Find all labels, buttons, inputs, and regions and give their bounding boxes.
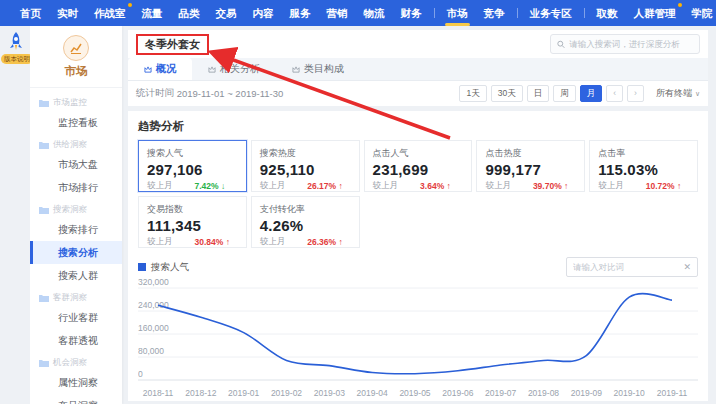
current-keyword: 冬季外套女 <box>136 34 209 55</box>
trend-section: 趋势分析 搜索人气 297,106 较上月7.42% ↓ 搜索热度 925,11… <box>128 111 708 401</box>
folder-icon <box>39 359 49 367</box>
tab-related-analysis[interactable]: 相关分析 <box>192 58 276 80</box>
time-label: 统计时间 <box>136 87 174 100</box>
nav-item-home[interactable]: 首页 <box>12 0 49 26</box>
compare-label: 较上月 <box>598 180 624 192</box>
main-content: 冬季外套女 概况 相关分析 类目构成 <box>128 30 708 401</box>
keyword-search-box[interactable] <box>550 34 700 54</box>
nav-item-category[interactable]: 品类 <box>171 0 208 26</box>
crown-icon <box>144 66 152 73</box>
range-week-button[interactable]: 周 <box>553 85 576 102</box>
svg-text:80,000: 80,000 <box>138 346 164 356</box>
metric-label: 交易指数 <box>147 203 238 216</box>
nav-divider <box>434 8 435 18</box>
tab-overview[interactable]: 概况 <box>128 58 192 80</box>
nav-item-business-zone[interactable]: 业务专区 <box>522 0 580 26</box>
metric-label: 点击率 <box>598 147 689 160</box>
top-navbar: 首页 实时 作战室 流量 品类 交易 内容 服务 营销 物流 财务 市场 竞争 … <box>0 0 716 26</box>
nav-item-academy[interactable]: 学院 <box>684 0 716 26</box>
svg-text:2019-06: 2019-06 <box>442 388 473 398</box>
svg-text:2019-02: 2019-02 <box>271 388 302 398</box>
crown-icon <box>292 66 300 73</box>
metric-label: 搜索热度 <box>260 147 351 160</box>
metric-card-trade-index[interactable]: 交易指数 111,345 较上月30.84% ↑ <box>138 196 247 248</box>
sidebar-item-search-ranking[interactable]: 搜索排行 <box>30 218 122 241</box>
sidebar-item-market-overview[interactable]: 市场大盘 <box>30 153 122 176</box>
sidebar-group-search-insight: 搜索洞察 <box>30 199 122 218</box>
sidebar-item-product-insight[interactable]: 产品洞察 <box>30 394 122 404</box>
sidebar-item-industry-customer[interactable]: 行业客群 <box>30 306 122 329</box>
nav-item-finance[interactable]: 财务 <box>393 0 430 26</box>
metric-label: 支付转化率 <box>260 203 351 216</box>
chart-header: 搜索人气 ✕ <box>138 256 698 278</box>
compare-label: 较上月 <box>373 180 399 192</box>
sidebar-title: 市场 <box>30 64 122 79</box>
nav-item-crowd-management[interactable]: 人群管理 <box>626 0 684 26</box>
prev-period-button[interactable]: ‹ <box>606 85 623 102</box>
sidebar-item-monitor-board[interactable]: 监控看板 <box>30 111 122 134</box>
metric-delta: 7.42% ↓ <box>195 181 226 191</box>
metric-card-click-rate[interactable]: 点击率 115.03% 较上月10.72% ↑ <box>589 140 698 192</box>
sidebar-item-search-analysis[interactable]: 搜索分析 <box>30 241 122 264</box>
metric-delta: 10.72% ↑ <box>646 181 681 191</box>
metric-delta: 39.70% ↑ <box>533 181 568 191</box>
metric-value: 111,345 <box>147 217 238 234</box>
nav-item-content[interactable]: 内容 <box>245 0 282 26</box>
nav-item-war-room[interactable]: 作战室 <box>86 0 134 26</box>
metric-card-click-heat[interactable]: 点击热度 999,177 较上月39.70% ↑ <box>476 140 585 192</box>
svg-text:2019-04: 2019-04 <box>357 388 388 398</box>
metric-card-click-popularity[interactable]: 点击人气 231,699 较上月3.64% ↑ <box>364 140 473 192</box>
sidebar-item-search-crowd[interactable]: 搜索人群 <box>30 264 122 287</box>
metric-card-search-popularity[interactable]: 搜索人气 297,106 较上月7.42% ↓ <box>138 140 247 192</box>
folder-icon <box>39 99 49 107</box>
nav-item-data-fetch[interactable]: 取数 <box>589 0 626 26</box>
metric-value: 925,110 <box>260 161 351 178</box>
svg-text:2019-03: 2019-03 <box>314 388 345 398</box>
range-month-button[interactable]: 月 <box>580 85 603 102</box>
arrow-up-icon: ↑ <box>677 181 681 191</box>
sidebar-item-customer-perspective[interactable]: 客群透视 <box>30 329 122 352</box>
nav-item-service[interactable]: 服务 <box>282 0 319 26</box>
nav-item-realtime[interactable]: 实时 <box>49 0 86 26</box>
nav-divider <box>517 8 518 18</box>
svg-text:2018-12: 2018-12 <box>185 388 216 398</box>
nav-item-logistics[interactable]: 物流 <box>356 0 393 26</box>
compare-word-input-box[interactable]: ✕ <box>566 257 698 277</box>
next-period-button[interactable]: › <box>627 85 644 102</box>
chevron-down-icon: ∨ <box>695 90 700 98</box>
nav-item-competition[interactable]: 竞争 <box>476 0 513 26</box>
sidebar-item-attribute-insight[interactable]: 属性洞察 <box>30 371 122 394</box>
float-rail: 版本说明 <box>0 26 30 404</box>
sidebar-group-customer-insight: 客群洞察 <box>30 287 122 306</box>
sidebar-group-market-monitor: 市场监控 <box>30 92 122 111</box>
terminal-dropdown[interactable]: 所有终端∨ <box>656 87 700 100</box>
crown-icon <box>208 66 216 73</box>
chart-legend: 搜索人气 <box>138 261 189 274</box>
range-1day-button[interactable]: 1天 <box>459 85 486 102</box>
clear-icon[interactable]: ✕ <box>683 262 691 272</box>
metric-card-search-heat[interactable]: 搜索热度 925,110 较上月26.17% ↑ <box>251 140 360 192</box>
range-day-button[interactable]: 日 <box>527 85 550 102</box>
nav-item-trade[interactable]: 交易 <box>208 0 245 26</box>
svg-text:2019-05: 2019-05 <box>399 388 430 398</box>
compare-word-input[interactable] <box>573 262 683 272</box>
sidebar-header: 市场 <box>30 26 122 88</box>
rocket-icon[interactable] <box>7 31 25 53</box>
metric-label: 搜索人气 <box>147 147 238 160</box>
nav-item-marketing[interactable]: 营销 <box>319 0 356 26</box>
search-input[interactable] <box>569 39 693 49</box>
stats-toolbar: 统计时间 2019-11-01 ~ 2019-11-30 1天 30天 日 周 … <box>128 81 708 106</box>
svg-text:2019-11: 2019-11 <box>657 388 688 398</box>
tab-category-composition[interactable]: 类目构成 <box>276 58 360 80</box>
version-badge[interactable]: 版本说明 <box>1 54 33 64</box>
range-30day-button[interactable]: 30天 <box>491 85 523 102</box>
nav-items: 首页 实时 作战室 流量 品类 交易 内容 服务 营销 物流 财务 市场 竞争 … <box>12 0 716 26</box>
svg-text:2019-09: 2019-09 <box>571 388 602 398</box>
time-range-value: 2019-11-01 ~ 2019-11-30 <box>177 88 284 99</box>
compare-label: 较上月 <box>147 180 173 192</box>
nav-item-traffic[interactable]: 流量 <box>134 0 171 26</box>
metric-card-payment-conversion[interactable]: 支付转化率 4.26% 较上月26.36% ↑ <box>251 196 360 248</box>
nav-item-market[interactable]: 市场 <box>439 0 476 26</box>
sidebar-item-market-ranking[interactable]: 市场排行 <box>30 176 122 199</box>
folder-icon <box>39 294 49 302</box>
